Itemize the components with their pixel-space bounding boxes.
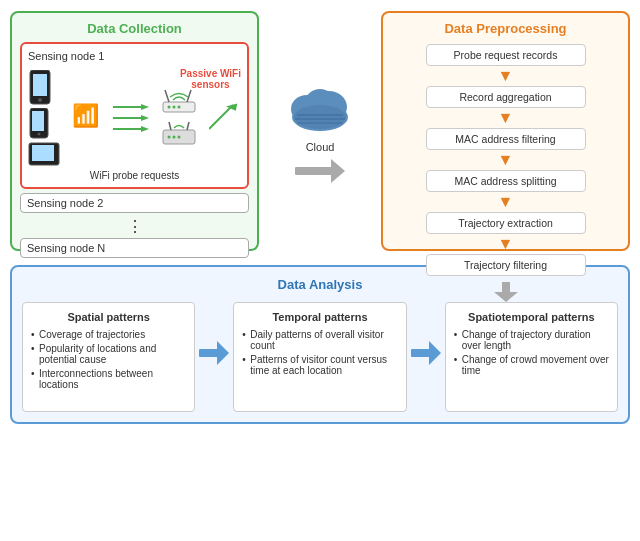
spatial-item-1: Popularity of locations and potential ca… (31, 343, 186, 365)
svg-line-22 (169, 122, 171, 130)
green-arrow-1 (113, 103, 149, 111)
wifi-signal-area: 📶 (70, 101, 100, 134)
preprocess-step-4: Trajectory extraction (426, 212, 586, 234)
orange-arrow-3: ▼ (498, 194, 514, 210)
spatiotemporal-item-0: Change of trajectory duration over lengt… (454, 329, 609, 351)
cloud-container (285, 79, 355, 137)
blue-arrow-1-svg (199, 341, 229, 365)
svg-rect-7 (32, 145, 54, 161)
temporal-patterns-col: Temporal patterns Daily patterns of over… (233, 302, 406, 412)
router-icon-1 (159, 88, 199, 116)
down-arrow-container (391, 282, 620, 302)
preprocess-step-5: Trajectory filtering (426, 254, 586, 276)
svg-point-24 (167, 135, 170, 138)
spatiotemporal-item-1: Change of crowd movement over time (454, 354, 609, 376)
wifi-probe-label: WiFi probe requests (28, 170, 241, 181)
svg-point-26 (177, 135, 180, 138)
section-arrow-svg (295, 159, 345, 183)
preprocess-steps: Probe request records ▼ Record aggregati… (391, 44, 620, 276)
blue-arrow-2-svg (411, 341, 441, 365)
svg-marker-14 (141, 126, 149, 132)
preprocess-step-2: MAC address filtering (426, 128, 586, 150)
svg-marker-10 (141, 104, 149, 110)
preprocess-step-0: Probe request records (426, 44, 586, 66)
svg-point-18 (167, 105, 170, 108)
router-icons (159, 88, 199, 148)
ellipsis: ⋮ (20, 217, 249, 236)
sensing-node-1-label: Sensing node 1 (28, 50, 241, 62)
analysis-columns: Spatial patterns Coverage of trajectorie… (22, 302, 618, 412)
svg-point-25 (172, 135, 175, 138)
spatial-patterns-list: Coverage of trajectories Popularity of l… (31, 329, 186, 390)
green-arrow-3 (113, 125, 149, 133)
preprocess-step-1: Record aggregation (426, 86, 586, 108)
svg-marker-44 (429, 341, 441, 365)
cloud-label: Cloud (306, 141, 335, 153)
phone-icon-1 (28, 70, 56, 106)
svg-point-20 (177, 105, 180, 108)
spatial-item-0: Coverage of trajectories (31, 329, 186, 340)
svg-line-16 (165, 90, 169, 102)
sensing-node-2-box: Sensing node 2 (20, 193, 249, 213)
router-icon-2 (159, 120, 199, 148)
spatial-patterns-title: Spatial patterns (31, 311, 186, 323)
svg-marker-12 (141, 115, 149, 121)
spatial-patterns-col: Spatial patterns Coverage of trajectorie… (22, 302, 195, 412)
wifi-signal-icon: 📶 (70, 101, 100, 131)
svg-line-23 (187, 122, 189, 130)
temporal-item-1: Patterns of visitor count versus time at… (242, 354, 397, 376)
green-arrow-2 (113, 114, 149, 122)
svg-point-33 (294, 105, 346, 129)
svg-rect-1 (33, 74, 47, 96)
svg-point-2 (38, 98, 42, 102)
svg-marker-42 (217, 341, 229, 365)
svg-line-27 (209, 105, 233, 129)
blue-arrow-2 (411, 341, 441, 372)
sensing-node-1-box: Sensing node 1 Passive WiFi sensors (20, 42, 249, 189)
svg-marker-40 (494, 292, 518, 302)
router-to-cloud-arrow (209, 101, 239, 134)
svg-point-19 (172, 105, 175, 108)
sensing-node-n-box: Sensing node N (20, 238, 249, 258)
data-collection-title: Data Collection (20, 21, 249, 36)
svg-point-5 (38, 132, 41, 135)
top-section: Data Collection Sensing node 1 Passive W… (10, 11, 630, 251)
data-collection-box: Data Collection Sensing node 1 Passive W… (10, 11, 259, 251)
svg-marker-38 (331, 159, 345, 183)
data-preprocessing-title: Data Preprocessing (391, 21, 620, 36)
data-preprocessing-box: Data Preprocessing Probe request records… (381, 11, 630, 251)
spatiotemporal-patterns-col: Spatiotemporal patterns Change of trajec… (445, 302, 618, 412)
spatial-item-2: Interconnections between locations (31, 368, 186, 390)
svg-marker-28 (226, 101, 239, 113)
svg-text:📶: 📶 (72, 102, 100, 129)
temporal-item-0: Daily patterns of overall visitor count (242, 329, 397, 351)
mobile-devices (28, 70, 60, 166)
phone-icon-2 (28, 108, 52, 140)
cloud-arrow-area: Cloud (275, 11, 365, 251)
temporal-patterns-title: Temporal patterns (242, 311, 397, 323)
cloud-svg (285, 79, 355, 134)
router-cloud-arrow-svg (209, 101, 239, 131)
orange-arrow-0: ▼ (498, 68, 514, 84)
temporal-patterns-list: Daily patterns of overall visitor count … (242, 329, 397, 376)
main-diagram: Data Collection Sensing node 1 Passive W… (10, 11, 630, 531)
green-arrows-group (113, 103, 149, 133)
tablet-icon (28, 142, 60, 166)
orange-arrow-1: ▼ (498, 110, 514, 126)
orange-arrow-4: ▼ (498, 236, 514, 252)
svg-rect-41 (199, 349, 219, 357)
spatiotemporal-patterns-title: Spatiotemporal patterns (454, 311, 609, 323)
preprocess-step-3: MAC address splitting (426, 170, 586, 192)
svg-rect-4 (32, 111, 44, 131)
spatiotemporal-patterns-list: Change of trajectory duration over lengt… (454, 329, 609, 376)
blue-arrow-1 (199, 341, 229, 372)
svg-rect-37 (295, 167, 333, 175)
orange-arrow-2: ▼ (498, 152, 514, 168)
svg-rect-43 (411, 349, 431, 357)
down-arrow-svg (494, 282, 518, 302)
